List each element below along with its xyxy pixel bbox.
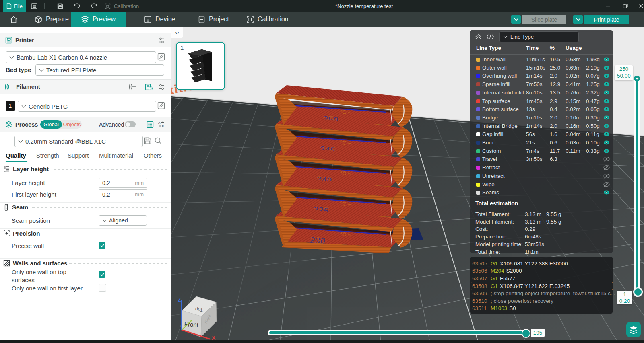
tab-prepare[interactable]: Prepare: [27, 12, 76, 27]
print-options-dropdown[interactable]: [573, 15, 583, 24]
eye-visible-icon[interactable]: [603, 65, 610, 71]
layer-slider-add-button[interactable]: +: [634, 76, 640, 82]
add-filament-icon[interactable]: [128, 83, 136, 90]
maximize-button[interactable]: [618, 0, 632, 12]
line-type-time: 21s: [526, 140, 535, 146]
tab-others[interactable]: Others: [144, 152, 162, 159]
minimize-button[interactable]: [601, 0, 615, 12]
eye-visible-icon[interactable]: [603, 82, 610, 87]
printer-preset-select[interactable]: Bambu Lab X1 Carbon 0.4 nozzle: [6, 51, 156, 63]
parameter-list-icon[interactable]: [147, 121, 154, 128]
eye-hidden-icon[interactable]: [603, 165, 610, 170]
filament-preset-select[interactable]: Generic PETG: [18, 101, 156, 112]
precise-wall-checkbox[interactable]: [99, 242, 105, 249]
home-button[interactable]: [5, 12, 23, 27]
eye-hidden-icon[interactable]: [603, 156, 610, 162]
collapse-panel-button[interactable]: ‹›: [171, 27, 183, 38]
slice-plate-button[interactable]: Slice plate: [522, 15, 566, 24]
svg-text:B: B: [162, 125, 164, 128]
line-type-percent: 0.6: [550, 140, 557, 146]
gcode-line[interactable]: 63511M1003S0: [471, 304, 613, 313]
gcode-args: X106.081 Y122.388 F30000: [500, 261, 568, 267]
layer-height-input[interactable]: 0.2 mm: [99, 178, 147, 188]
eye-visible-icon[interactable]: [603, 115, 610, 121]
eye-hidden-icon[interactable]: [603, 182, 610, 187]
slice-options-dropdown[interactable]: [511, 15, 521, 24]
tab-project[interactable]: Project: [191, 12, 236, 27]
printer-settings-icon[interactable]: [158, 37, 165, 44]
undo-icon[interactable]: [72, 0, 82, 12]
print-plate-button[interactable]: Print plate: [584, 15, 629, 24]
tab-quality[interactable]: Quality: [6, 152, 26, 159]
gcode-line[interactable]: 63508G1X106.847 Y121.622 E.03245: [471, 282, 613, 290]
edit-printer-icon[interactable]: [157, 53, 165, 61]
edit-filament-icon[interactable]: [157, 102, 165, 109]
eye-visible-icon[interactable]: [603, 140, 610, 146]
one-wall-top-checkbox[interactable]: [99, 271, 105, 278]
gcode-line[interactable]: 63510; close powerlost recovery: [471, 297, 613, 305]
eye-visible-icon[interactable]: [603, 107, 610, 112]
eye-visible-icon[interactable]: [603, 57, 610, 62]
chevron-down-icon: [39, 69, 44, 72]
filament-settings-icon[interactable]: [158, 84, 165, 90]
eye-visible-icon[interactable]: [603, 148, 610, 154]
save-icon[interactable]: [55, 0, 65, 12]
legend-row: Unretract: [470, 172, 613, 181]
eye-visible-icon[interactable]: [603, 99, 610, 104]
collapse-up-icon[interactable]: [475, 34, 482, 40]
tab-support[interactable]: Support: [68, 152, 89, 159]
eye-visible-icon[interactable]: [603, 73, 610, 79]
gcode-line[interactable]: 63505G1X106.081 Y122.388 F30000: [471, 259, 613, 268]
advanced-toggle[interactable]: [125, 121, 136, 127]
eye-visible-icon[interactable]: [603, 131, 610, 137]
line-type-percent: 11.7: [550, 148, 560, 154]
process-preset-select[interactable]: 0.20mm Standard @BBL X1C: [14, 136, 143, 147]
save-preset-icon[interactable]: [144, 137, 152, 145]
line-type-usage-g: 1.93g: [586, 56, 600, 62]
titlebar-calibration-item[interactable]: Calibration: [105, 0, 185, 12]
line-type-name: Bottom surface: [482, 106, 519, 112]
legend-row: Gap infill56s1.60.04m0.11g: [470, 130, 613, 139]
gcode-view-icon[interactable]: [486, 34, 494, 39]
bed-type-select[interactable]: Textured PEI Plate: [35, 64, 164, 76]
legend-row: Bottom surface13s0.40.02m0.05g: [470, 105, 613, 114]
close-button[interactable]: [634, 0, 644, 12]
eye-visible-icon[interactable]: [603, 123, 610, 129]
eye-hidden-icon[interactable]: [603, 173, 610, 179]
plate-thumbnail[interactable]: 1: [176, 42, 225, 90]
preview-3d-viewport[interactable]: °C ~250°C ~245°C ~240°C ~235°C ~230TopFr…: [171, 27, 644, 340]
scope-objects-button[interactable]: Objects: [62, 120, 82, 129]
nav-calibration-icon: [246, 16, 254, 23]
gcode-line[interactable]: 63509; stop printing object temperature_…: [471, 289, 613, 298]
file-menu-button[interactable]: File: [3, 0, 26, 12]
line-type-swatch: [476, 183, 480, 187]
move-slider-handle[interactable]: [522, 329, 530, 338]
compare-preset-icon[interactable]: AB: [158, 121, 165, 128]
bed-type-label: Bed type: [6, 66, 31, 73]
layer-slider-handle[interactable]: [633, 287, 643, 297]
legend-row: Brim21s0.60.03m0.10g: [470, 139, 613, 147]
eye-visible-icon[interactable]: [603, 90, 610, 96]
search-preset-icon[interactable]: [154, 137, 162, 145]
view-mode-select[interactable]: Line Type: [499, 31, 579, 42]
layer-slider-bottom-label: 1 0.20: [617, 291, 632, 304]
layer-height-section-icon: [3, 166, 10, 173]
one-wall-first-checkbox[interactable]: [99, 284, 106, 292]
redo-icon[interactable]: [89, 0, 99, 12]
gcode-line[interactable]: 63507G1F5577: [471, 274, 613, 283]
tab-calibration[interactable]: Calibration: [239, 12, 295, 27]
bambu-studio-window: File Calibration *Nozzle temperature tes…: [0, 0, 644, 343]
filament-sync-icon[interactable]: [145, 83, 153, 91]
eye-visible-icon[interactable]: [603, 190, 610, 195]
gcode-line[interactable]: 63506M204S2000: [471, 267, 613, 275]
filament-slot-badge[interactable]: 1: [6, 101, 15, 111]
tab-preview[interactable]: Preview: [71, 12, 126, 27]
tab-device[interactable]: Device: [137, 12, 182, 27]
menu-list-icon[interactable]: [29, 0, 39, 12]
seam-position-select[interactable]: Aligned: [99, 215, 147, 226]
first-layer-height-input[interactable]: 0.2 mm: [99, 189, 147, 199]
tab-multimaterial[interactable]: Multimaterial: [99, 152, 133, 159]
total-row: Total time:1h1m: [475, 249, 608, 257]
scope-global-button[interactable]: Global: [40, 120, 62, 129]
tab-strength[interactable]: Strength: [36, 152, 59, 159]
